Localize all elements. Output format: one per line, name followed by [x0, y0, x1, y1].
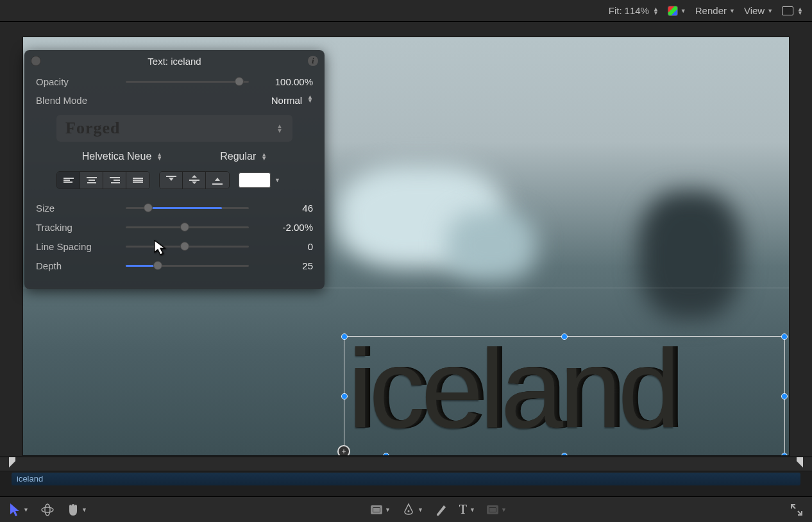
blend-mode-value[interactable]: Normal: [271, 95, 302, 106]
text-tool-icon: T: [459, 502, 467, 517]
chevron-down-icon: ▼: [418, 507, 423, 513]
out-point-marker[interactable]: [795, 456, 804, 471]
fullscreen-button[interactable]: [790, 503, 803, 516]
color-channel-picker[interactable]: ▼: [668, 6, 686, 16]
line-spacing-row: Line Spacing 0: [24, 237, 325, 256]
shape-tool[interactable]: ▼: [371, 505, 391, 514]
size-label: Size: [36, 203, 119, 214]
clip-label: iceland: [17, 474, 43, 484]
font-family-picker[interactable]: Helvetica Neue ▲▼: [82, 151, 162, 162]
bg-blob: [446, 210, 536, 281]
size-row: Size 46: [24, 198, 325, 217]
resize-handle-br[interactable]: [781, 453, 788, 455]
valign-top-button[interactable]: [160, 172, 183, 189]
chevron-down-icon: ▼: [469, 507, 475, 513]
depth-label: Depth: [36, 260, 119, 271]
align-left-button[interactable]: [57, 172, 80, 189]
valign-middle-button[interactable]: [183, 172, 206, 189]
slider-track: [126, 81, 249, 83]
valign-bottom-button[interactable]: [206, 172, 229, 189]
slider-thumb[interactable]: [180, 223, 189, 232]
tracking-row: Tracking -2.00%: [24, 217, 325, 237]
text-hud-panel[interactable]: Text: iceland i Opacity 100.00% Blend Mo…: [24, 50, 325, 289]
slider-thumb[interactable]: [180, 242, 189, 251]
tracking-slider[interactable]: [126, 221, 249, 233]
resize-handle-ml[interactable]: [341, 393, 348, 400]
depth-value[interactable]: 25: [255, 260, 313, 271]
text-tool[interactable]: T ▼: [459, 502, 475, 517]
depth-slider[interactable]: [126, 260, 249, 271]
tracking-value[interactable]: -2.00%: [255, 222, 313, 233]
view-label: View: [744, 5, 765, 16]
horizontal-align-segment[interactable]: [56, 171, 150, 189]
chevron-down-icon: ▼: [681, 8, 686, 14]
selection-bounding-box[interactable]: [344, 336, 785, 455]
fit-zoom-control[interactable]: Fit: 114% ▲▼: [609, 5, 659, 16]
3d-transform-tool[interactable]: [40, 503, 55, 517]
view-menu[interactable]: View ▼: [744, 5, 773, 16]
chevron-down-icon[interactable]: ▼: [275, 177, 280, 183]
toolbar-bottom: ▼ ▼ ▼ ▼ T ▼ ▼: [0, 496, 812, 522]
rgb-chip-icon: [668, 6, 678, 16]
stepper-icon: ▲▼: [653, 7, 659, 15]
hud-title: Text: iceland: [148, 56, 201, 67]
slider-thumb[interactable]: [144, 203, 153, 212]
align-center-button[interactable]: [80, 172, 103, 189]
timeline-ruler[interactable]: [0, 457, 812, 471]
chevron-down-icon: ▼: [81, 507, 87, 513]
mini-timeline[interactable]: iceland: [0, 457, 812, 496]
text-color-well[interactable]: [239, 173, 271, 188]
hud-info-button[interactable]: i: [308, 56, 318, 66]
mask-icon: [487, 505, 498, 514]
baseline-handle[interactable]: [383, 453, 389, 455]
canvas-topbar: Fit: 114% ▲▼ ▼ Render ▼ View ▼ ▲▼: [0, 0, 812, 22]
resize-handle-tr[interactable]: [781, 333, 788, 340]
resize-handle-tl[interactable]: [341, 333, 348, 340]
line-spacing-slider[interactable]: [126, 240, 249, 252]
select-tool[interactable]: ▼: [9, 503, 29, 517]
hud-header[interactable]: Text: iceland i: [24, 50, 325, 72]
align-justify-button[interactable]: [126, 172, 149, 189]
text-style-preset-picker[interactable]: Forged ▲▼: [56, 115, 292, 142]
slider-fill: [148, 207, 222, 209]
resize-handle-bc[interactable]: [561, 453, 568, 455]
pan-tool[interactable]: ▼: [66, 503, 87, 517]
chevron-down-icon: ▼: [501, 507, 507, 513]
resize-handle-tc[interactable]: [561, 333, 568, 340]
slider-thumb[interactable]: [153, 261, 162, 270]
slider-thumb[interactable]: [235, 77, 244, 86]
blend-mode-row: Blend Mode Normal ▲▼: [24, 91, 325, 110]
size-value[interactable]: 46: [255, 203, 313, 214]
render-label: Render: [695, 5, 727, 16]
in-point-marker[interactable]: [8, 456, 17, 471]
mask-tool[interactable]: ▼: [487, 505, 507, 514]
font-style-picker[interactable]: Regular ▲▼: [220, 151, 267, 162]
svg-point-0: [42, 507, 53, 512]
opacity-value[interactable]: 100.00%: [255, 76, 313, 87]
render-menu[interactable]: Render ▼: [695, 5, 735, 16]
hud-close-button[interactable]: [31, 56, 41, 66]
viewport-icon: [782, 6, 793, 15]
paint-stroke-tool[interactable]: [435, 503, 448, 517]
tracking-label: Tracking: [36, 222, 119, 233]
stepper-icon: ▲▼: [156, 153, 162, 160]
timeline-clip[interactable]: iceland: [12, 473, 800, 485]
chevron-down-icon: ▼: [385, 507, 391, 513]
stepper-icon[interactable]: ▲▼: [307, 95, 313, 106]
pen-tool[interactable]: ▼: [402, 503, 423, 517]
vertical-align-segment[interactable]: [159, 171, 230, 189]
size-slider[interactable]: [126, 202, 249, 214]
anchor-point-handle[interactable]: [337, 445, 350, 455]
opacity-row: Opacity 100.00%: [24, 72, 325, 91]
canvas-area: iceland Text: iceland i Opa: [0, 22, 812, 457]
app-root: Fit: 114% ▲▼ ▼ Render ▼ View ▼ ▲▼ icelan…: [0, 0, 812, 522]
blend-mode-label: Blend Mode: [36, 95, 119, 106]
line-spacing-value[interactable]: 0: [255, 241, 313, 252]
align-right-button[interactable]: [103, 172, 126, 189]
viewport-layout-picker[interactable]: ▲▼: [782, 6, 803, 15]
depth-row: Depth 25: [24, 256, 325, 275]
resize-handle-mr[interactable]: [781, 393, 788, 400]
bg-blob: [639, 191, 741, 319]
opacity-slider[interactable]: [126, 76, 249, 87]
font-row: Helvetica Neue ▲▼ Regular ▲▼: [24, 148, 325, 169]
